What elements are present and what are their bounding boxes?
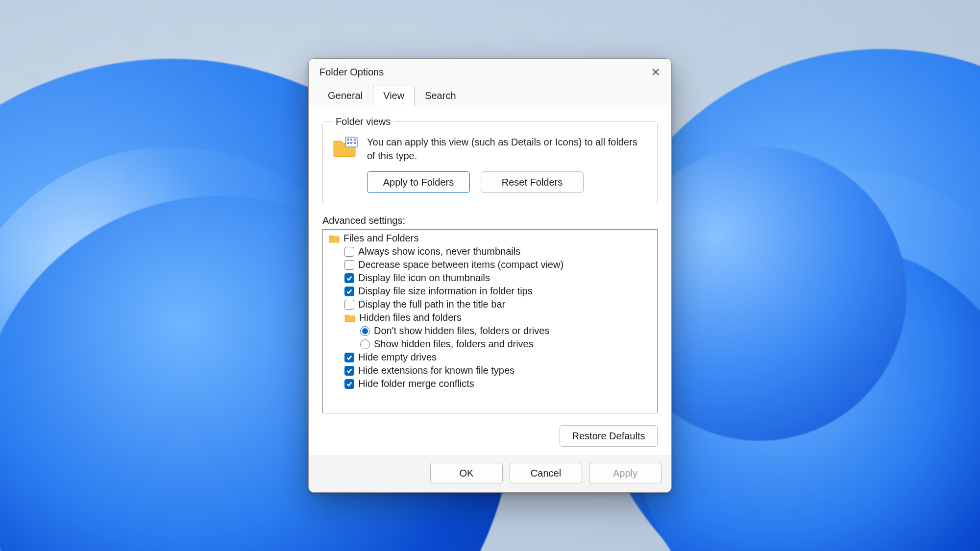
tree-item-label: Don't show hidden files, folders or driv… <box>374 325 549 336</box>
tree-check-item[interactable]: Display file size information in folder … <box>325 285 657 298</box>
tree-item-label: Show hidden files, folders and drives <box>374 338 534 350</box>
radio[interactable] <box>360 339 370 349</box>
tabstrip: General View Search <box>309 84 671 106</box>
close-button[interactable] <box>644 64 667 80</box>
svg-rect-5 <box>350 142 352 144</box>
checkbox[interactable] <box>344 273 354 283</box>
folder-icon <box>329 234 340 243</box>
tree-folder-root[interactable]: Files and Folders <box>325 232 657 245</box>
checkbox[interactable] <box>344 300 354 310</box>
restore-defaults-button[interactable]: Restore Defaults <box>560 425 658 447</box>
folder-views-legend: Folder views <box>333 116 393 127</box>
advanced-settings-label: Advanced settings: <box>322 215 658 226</box>
tab-general[interactable]: General <box>318 86 373 106</box>
dialog-button-bar: OK Cancel Apply <box>309 455 671 492</box>
tree-check-item[interactable]: Display file icon on thumbnails <box>325 271 657 285</box>
checkbox[interactable] <box>344 353 354 362</box>
folder-views-description: You can apply this view (such as Details… <box>367 135 647 163</box>
close-icon <box>652 68 660 76</box>
tree-item-label: Hide extensions for known file types <box>358 365 514 376</box>
advanced-settings-tree[interactable]: Files and Folders Always show icons, nev… <box>322 229 658 413</box>
tree-radio-item[interactable]: Don't show hidden files, folders or driv… <box>325 324 657 337</box>
folder-icon <box>344 313 355 322</box>
tree-item-label: Display file icon on thumbnails <box>358 272 490 284</box>
tree-check-item[interactable]: Always show icons, never thumbnails <box>325 245 657 258</box>
checkbox[interactable] <box>344 247 354 257</box>
tree-check-item[interactable]: Hide empty drives <box>325 351 657 364</box>
folder-views-icon <box>333 136 358 160</box>
cancel-button[interactable]: Cancel <box>510 463 582 483</box>
checkbox[interactable] <box>344 287 354 296</box>
checkbox[interactable] <box>344 260 354 270</box>
apply-to-folders-button[interactable]: Apply to Folders <box>367 171 470 193</box>
svg-rect-6 <box>354 142 356 144</box>
tree-check-item[interactable]: Hide folder merge conflicts <box>325 377 657 390</box>
apply-button[interactable]: Apply <box>589 463 662 483</box>
checkbox[interactable] <box>344 379 354 389</box>
tab-view[interactable]: View <box>373 86 415 106</box>
tree-folder-label: Files and Folders <box>343 233 418 244</box>
svg-rect-3 <box>354 139 356 141</box>
tree-radio-item[interactable]: Show hidden files, folders and drives <box>325 337 657 351</box>
tree-check-item[interactable]: Display the full path in the title bar <box>325 298 657 311</box>
tree-item-label: Hide folder merge conflicts <box>358 378 474 389</box>
radio[interactable] <box>360 326 370 336</box>
reset-folders-button[interactable]: Reset Folders <box>481 171 584 193</box>
tree-subfolder[interactable]: Hidden files and folders <box>325 311 657 324</box>
checkbox[interactable] <box>344 366 354 376</box>
svg-rect-2 <box>350 139 352 141</box>
tree-check-item[interactable]: Hide extensions for known file types <box>325 364 657 377</box>
tree-item-label: Display the full path in the title bar <box>358 299 505 310</box>
view-tab-page: Folder views You can apply this view (s <box>309 106 671 455</box>
tree-check-item[interactable]: Decrease space between items (compact vi… <box>325 258 657 271</box>
window-title: Folder Options <box>319 67 384 78</box>
tab-search[interactable]: Search <box>415 86 466 106</box>
tree-item-label: Hide empty drives <box>358 352 437 363</box>
ok-button[interactable]: OK <box>430 463 503 483</box>
folder-options-dialog: Folder Options General View Search Folde… <box>308 58 672 493</box>
titlebar: Folder Options <box>309 59 671 84</box>
folder-views-group: Folder views You can apply this view (s <box>322 116 658 204</box>
tree-item-label: Always show icons, never thumbnails <box>358 246 520 257</box>
svg-rect-4 <box>347 142 349 144</box>
svg-rect-1 <box>347 139 349 141</box>
tree-item-label: Display file size information in folder … <box>358 286 533 297</box>
tree-item-label: Decrease space between items (compact vi… <box>358 259 564 270</box>
tree-item-label: Hidden files and folders <box>359 312 462 323</box>
